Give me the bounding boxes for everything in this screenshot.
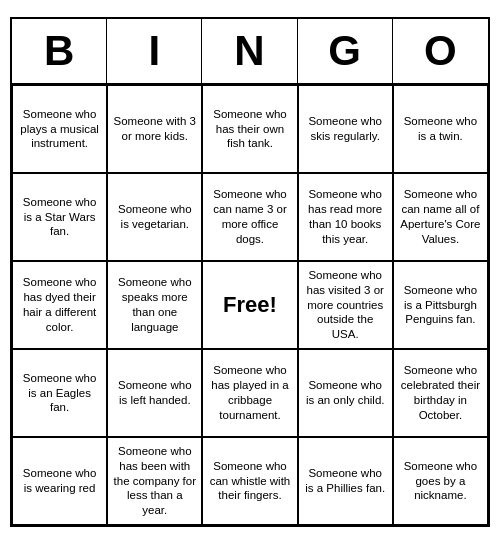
bingo-cell-22: Someone who can whistle with their finge… [202,437,297,525]
bingo-cell-13: Someone who has visited 3 or more countr… [298,261,393,349]
bingo-card: BINGO Someone who plays a musical instru… [10,17,490,527]
bingo-cell-6: Someone who is vegetarian. [107,173,202,261]
header-letter-g: G [298,19,393,83]
bingo-header: BINGO [12,19,488,85]
bingo-cell-18: Someone who is an only child. [298,349,393,437]
bingo-cell-16: Someone who is left handed. [107,349,202,437]
header-letter-i: I [107,19,202,83]
bingo-cell-15: Someone who is an Eagles fan. [12,349,107,437]
bingo-cell-4: Someone who is a twin. [393,85,488,173]
bingo-cell-8: Someone who has read more than 10 books … [298,173,393,261]
bingo-cell-11: Someone who speaks more than one languag… [107,261,202,349]
bingo-cell-5: Someone who is a Star Wars fan. [12,173,107,261]
bingo-cell-19: Someone who celebrated their birthday in… [393,349,488,437]
header-letter-n: N [202,19,297,83]
bingo-cell-20: Someone who is wearing red [12,437,107,525]
bingo-cell-7: Someone who can name 3 or more office do… [202,173,297,261]
bingo-cell-1: Someone with 3 or more kids. [107,85,202,173]
bingo-cell-21: Someone who has been with the company fo… [107,437,202,525]
bingo-cell-12: Free! [202,261,297,349]
header-letter-b: B [12,19,107,83]
bingo-cell-9: Someone who can name all of Aperture's C… [393,173,488,261]
bingo-cell-2: Someone who has their own fish tank. [202,85,297,173]
bingo-cell-0: Someone who plays a musical instrument. [12,85,107,173]
bingo-cell-14: Someone who is a Pittsburgh Penguins fan… [393,261,488,349]
bingo-grid: Someone who plays a musical instrument.S… [12,85,488,525]
bingo-cell-17: Someone who has played in a cribbage tou… [202,349,297,437]
bingo-cell-10: Someone who has dyed their hair a differ… [12,261,107,349]
bingo-cell-24: Someone who goes by a nickname. [393,437,488,525]
bingo-cell-3: Someone who skis regularly. [298,85,393,173]
header-letter-o: O [393,19,488,83]
bingo-cell-23: Someone who is a Phillies fan. [298,437,393,525]
